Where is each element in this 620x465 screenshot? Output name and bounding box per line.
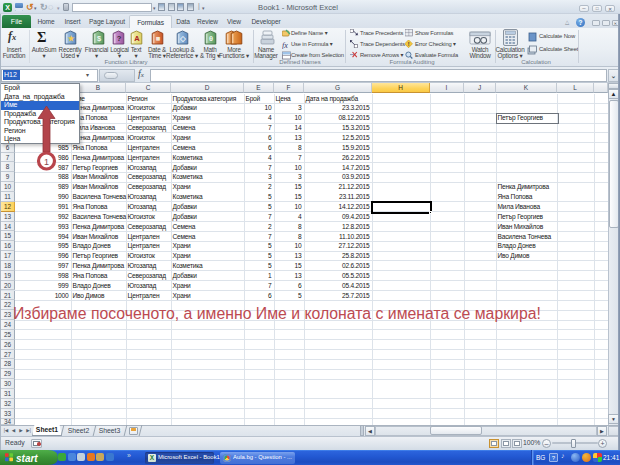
svg-text:!: ! <box>408 41 410 47</box>
svg-text:start: start <box>16 453 38 464</box>
svg-text:1: 1 <box>44 157 49 167</box>
svg-text:★: ★ <box>67 34 74 43</box>
svg-text:?: ? <box>116 34 121 43</box>
svg-text:■: ■ <box>155 34 160 43</box>
svg-text:A: A <box>134 34 140 43</box>
svg-text:θ: θ <box>208 34 212 43</box>
svg-text:fx: fx <box>282 40 288 49</box>
svg-text:◇: ◇ <box>179 34 186 43</box>
